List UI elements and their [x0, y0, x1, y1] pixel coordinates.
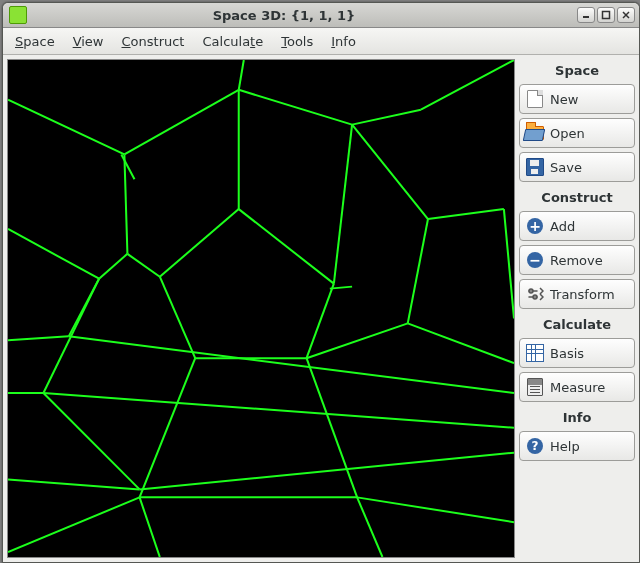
svg-point-45 [529, 289, 533, 293]
button-label: New [550, 92, 578, 107]
add-icon: + [526, 217, 544, 235]
wireframe-canvas [8, 60, 514, 557]
open-button[interactable]: Open [519, 118, 635, 148]
svg-line-26 [408, 323, 514, 363]
group-header-space: Space [519, 59, 635, 80]
svg-line-23 [8, 100, 124, 155]
menu-label: Calculate [202, 34, 263, 49]
measure-icon [526, 378, 544, 396]
svg-line-37 [69, 336, 514, 393]
svg-line-13 [408, 219, 428, 323]
menu-label: Info [331, 34, 356, 49]
menu-info[interactable]: Info [325, 32, 362, 51]
remove-button[interactable]: − Remove [519, 245, 635, 275]
open-icon [526, 124, 544, 142]
remove-icon: − [526, 251, 544, 269]
svg-line-17 [160, 209, 239, 277]
menu-view[interactable]: View [67, 32, 110, 51]
window-title: Space 3D: {1, 1, 1} [0, 8, 577, 23]
menu-tools[interactable]: Tools [275, 32, 319, 51]
menu-label: Tools [281, 34, 313, 49]
svg-line-41 [140, 453, 514, 490]
help-button[interactable]: ? Help [519, 431, 635, 461]
svg-line-18 [160, 277, 195, 359]
maximize-button[interactable] [597, 7, 615, 23]
svg-line-6 [124, 154, 127, 253]
svg-line-35 [8, 336, 69, 340]
menu-label: Construct [122, 34, 185, 49]
svg-line-43 [121, 154, 134, 179]
svg-line-25 [504, 209, 514, 318]
button-label: Help [550, 439, 580, 454]
svg-line-8 [239, 60, 244, 90]
svg-line-15 [307, 284, 334, 359]
svg-line-5 [99, 254, 127, 279]
close-icon [621, 10, 631, 20]
measure-button[interactable]: Measure [519, 372, 635, 402]
titlebar[interactable]: Space 3D: {1, 1, 1} [3, 3, 639, 28]
svg-point-46 [533, 295, 537, 299]
save-button[interactable]: Save [519, 152, 635, 182]
svg-line-10 [352, 110, 421, 125]
side-panel: Space New Open Save Construct + Add − Re… [519, 59, 635, 558]
button-label: Measure [550, 380, 605, 395]
basis-icon [526, 344, 544, 362]
svg-line-4 [8, 229, 99, 279]
svg-rect-1 [603, 12, 610, 19]
group-header-info: Info [519, 406, 635, 427]
svg-line-36 [69, 279, 99, 337]
button-label: Open [550, 126, 585, 141]
svg-line-12 [428, 209, 504, 219]
svg-line-39 [357, 497, 382, 557]
close-button[interactable] [617, 7, 635, 23]
group-header-calculate: Calculate [519, 313, 635, 334]
button-label: Transform [550, 287, 615, 302]
button-label: Add [550, 219, 575, 234]
transform-button[interactable]: Transform [519, 279, 635, 309]
svg-line-27 [140, 358, 196, 497]
button-label: Save [550, 160, 582, 175]
svg-line-40 [8, 479, 140, 489]
menu-construct[interactable]: Construct [116, 32, 191, 51]
new-icon [526, 90, 544, 108]
button-label: Basis [550, 346, 584, 361]
add-button[interactable]: + Add [519, 211, 635, 241]
group-header-construct: Construct [519, 186, 635, 207]
button-label: Remove [550, 253, 603, 268]
svg-line-9 [239, 90, 352, 125]
svg-line-42 [43, 393, 139, 489]
3d-viewport[interactable] [7, 59, 515, 558]
svg-line-31 [357, 497, 514, 522]
svg-line-22 [127, 254, 159, 277]
svg-line-20 [334, 125, 352, 284]
svg-line-29 [8, 497, 140, 552]
new-button[interactable]: New [519, 84, 635, 114]
svg-line-24 [421, 60, 514, 110]
maximize-icon [601, 10, 611, 20]
menu-label: View [73, 34, 104, 49]
client-area: Space New Open Save Construct + Add − Re… [3, 55, 639, 562]
menu-label: Space [15, 34, 55, 49]
svg-line-34 [43, 393, 514, 428]
menubar: Space View Construct Calculate Tools Inf… [3, 28, 639, 55]
menu-space[interactable]: Space [9, 32, 61, 51]
app-window: Space 3D: {1, 1, 1} Space View Construct… [2, 2, 640, 563]
svg-line-14 [307, 323, 408, 358]
help-icon: ? [526, 437, 544, 455]
svg-line-11 [352, 125, 428, 219]
minimize-icon [581, 10, 591, 20]
transform-icon [526, 285, 544, 303]
menu-calculate[interactable]: Calculate [196, 32, 269, 51]
svg-line-16 [239, 209, 334, 284]
minimize-button[interactable] [577, 7, 595, 23]
save-icon [526, 158, 544, 176]
basis-button[interactable]: Basis [519, 338, 635, 368]
svg-line-7 [124, 90, 238, 155]
window-controls [577, 7, 635, 23]
svg-line-28 [307, 358, 358, 497]
svg-line-38 [140, 497, 160, 557]
